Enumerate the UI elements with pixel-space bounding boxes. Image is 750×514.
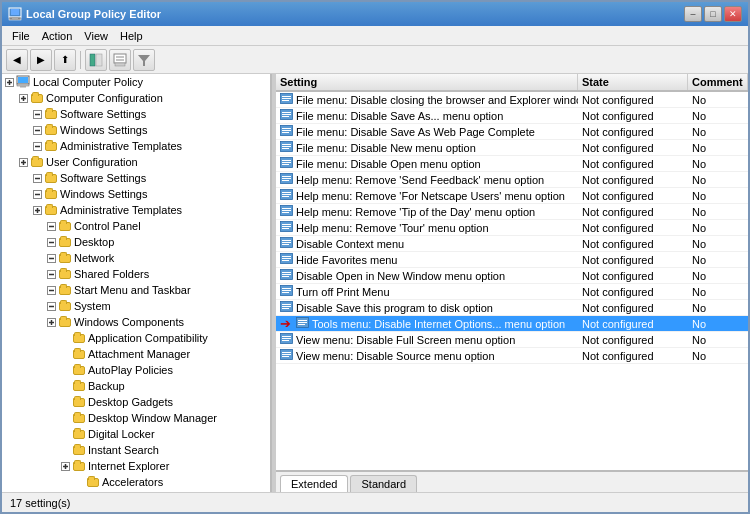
tree-item-control-panel[interactable]: Control Panel	[2, 218, 270, 234]
expander-internet-explorer[interactable]	[58, 459, 72, 473]
list-setting-text: File menu: Disable closing the browser a…	[296, 94, 578, 106]
header-setting[interactable]: Setting	[276, 74, 578, 90]
expander-windows-components[interactable]	[44, 315, 58, 329]
expander-app-compat[interactable]	[58, 331, 72, 345]
tree-item-system[interactable]: System	[2, 298, 270, 314]
expander-computer-config[interactable]	[16, 91, 30, 105]
back-button[interactable]: ◀	[6, 49, 28, 71]
list-row[interactable]: View menu: Disable Full Screen menu opti…	[276, 332, 748, 348]
tree-item-software-settings-cc[interactable]: Software Settings	[2, 106, 270, 122]
expander-windows-settings-uc[interactable]	[30, 187, 44, 201]
expander-backup[interactable]	[58, 379, 72, 393]
show-hide-button[interactable]	[85, 49, 107, 71]
tree-item-desktop-gadgets[interactable]: Desktop Gadgets	[2, 394, 270, 410]
expander-shared-folders[interactable]	[44, 267, 58, 281]
expander-admin-templates-cc[interactable]	[30, 139, 44, 153]
menu-help[interactable]: Help	[114, 28, 149, 44]
tree-item-desktop[interactable]: Desktop	[2, 234, 270, 250]
tree-label-admin-templates-uc: Administrative Templates	[60, 204, 182, 216]
tab-standard[interactable]: Standard	[350, 475, 417, 492]
tree-item-local-computer-policy[interactable]: Local Computer Policy	[2, 74, 270, 90]
list-row[interactable]: Help menu: Remove 'For Netscape Users' m…	[276, 188, 748, 204]
up-button[interactable]: ⬆	[54, 49, 76, 71]
header-state[interactable]: State	[578, 74, 688, 90]
list-row[interactable]: Disable Context menuNot configuredNo	[276, 236, 748, 252]
expander-admin-templates-uc[interactable]	[30, 203, 44, 217]
expander-desktop-gadgets[interactable]	[58, 395, 72, 409]
expander-desktop[interactable]	[44, 235, 58, 249]
expander-start-menu-taskbar[interactable]	[44, 283, 58, 297]
expander-software-settings-cc[interactable]	[30, 107, 44, 121]
list-cell-setting: File menu: Disable Save As Web Page Comp…	[276, 125, 578, 138]
header-comment[interactable]: Comment	[688, 74, 748, 90]
tree-item-user-config[interactable]: User Configuration	[2, 154, 270, 170]
folder-icon-internet-explorer	[72, 460, 86, 472]
menu-action[interactable]: Action	[36, 28, 79, 44]
tab-extended[interactable]: Extended	[280, 475, 348, 492]
list-row[interactable]: File menu: Disable Open menu optionNot c…	[276, 156, 748, 172]
tree-item-digital-locker[interactable]: Digital Locker	[2, 426, 270, 442]
expander-network[interactable]	[44, 251, 58, 265]
tree-scroll[interactable]: Local Computer PolicyComputer Configurat…	[2, 74, 270, 492]
expander-system[interactable]	[44, 299, 58, 313]
close-button[interactable]: ✕	[724, 6, 742, 22]
filter-button[interactable]	[133, 49, 155, 71]
tree-item-windows-settings-cc[interactable]: Windows Settings	[2, 122, 270, 138]
expander-digital-locker[interactable]	[58, 427, 72, 441]
list-row[interactable]: File menu: Disable closing the browser a…	[276, 92, 748, 108]
tree-item-app-compat[interactable]: Application Compatibility	[2, 330, 270, 346]
list-row[interactable]: Turn off Print MenuNot configuredNo	[276, 284, 748, 300]
tree-item-attachment-manager[interactable]: Attachment Manager	[2, 346, 270, 362]
tree-label-windows-components: Windows Components	[74, 316, 184, 328]
expander-local-computer-policy[interactable]	[2, 75, 16, 89]
list-row[interactable]: Help menu: Remove 'Tip of the Day' menu …	[276, 204, 748, 220]
tree-item-autoplay-policies[interactable]: AutoPlay Policies	[2, 362, 270, 378]
tree-item-admin-templates-uc[interactable]: Administrative Templates	[2, 202, 270, 218]
list-row[interactable]: Disable Save this program to disk option…	[276, 300, 748, 316]
list-body[interactable]: File menu: Disable closing the browser a…	[276, 92, 748, 470]
expander-instant-search[interactable]	[58, 443, 72, 457]
tree-item-backup[interactable]: Backup	[2, 378, 270, 394]
tree-item-windows-settings-uc[interactable]: Windows Settings	[2, 186, 270, 202]
expander-attachment-manager[interactable]	[58, 347, 72, 361]
expander-accelerators[interactable]	[72, 475, 86, 489]
tree-item-admin-templates-cc[interactable]: Administrative Templates	[2, 138, 270, 154]
list-row[interactable]: Disable Open in New Window menu optionNo…	[276, 268, 748, 284]
menu-view[interactable]: View	[78, 28, 114, 44]
maximize-button[interactable]: □	[704, 6, 722, 22]
list-row[interactable]: File menu: Disable New menu optionNot co…	[276, 140, 748, 156]
forward-button[interactable]: ▶	[30, 49, 52, 71]
tree-item-internet-explorer[interactable]: Internet Explorer	[2, 458, 270, 474]
expander-control-panel[interactable]	[44, 219, 58, 233]
expander-desktop-window-manager[interactable]	[58, 411, 72, 425]
list-row[interactable]: File menu: Disable Save As Web Page Comp…	[276, 124, 748, 140]
list-row[interactable]: Help menu: Remove 'Send Feedback' menu o…	[276, 172, 748, 188]
tree-item-windows-components[interactable]: Windows Components	[2, 314, 270, 330]
list-row[interactable]: ➔Tools menu: Disable Internet Options...…	[276, 316, 748, 332]
expander-software-settings-uc[interactable]	[30, 171, 44, 185]
tree-item-network[interactable]: Network	[2, 250, 270, 266]
tree-item-computer-config[interactable]: Computer Configuration	[2, 90, 270, 106]
tree-item-shared-folders[interactable]: Shared Folders	[2, 266, 270, 282]
list-row[interactable]: View menu: Disable Source menu optionNot…	[276, 348, 748, 364]
folder-icon-desktop-window-manager	[72, 412, 86, 424]
minimize-button[interactable]: –	[684, 6, 702, 22]
list-cell-state: Not configured	[578, 174, 688, 186]
expander-autoplay-policies[interactable]	[58, 363, 72, 377]
list-row[interactable]: File menu: Disable Save As... menu optio…	[276, 108, 748, 124]
tree-item-start-menu-taskbar[interactable]: Start Menu and Taskbar	[2, 282, 270, 298]
list-row-icon	[280, 205, 293, 218]
menu-file[interactable]: File	[6, 28, 36, 44]
tree-item-desktop-window-manager[interactable]: Desktop Window Manager	[2, 410, 270, 426]
tree-item-software-settings-uc[interactable]: Software Settings	[2, 170, 270, 186]
tree-item-accelerators[interactable]: Accelerators	[2, 474, 270, 490]
expander-user-config[interactable]	[16, 155, 30, 169]
list-cell-setting: Help menu: Remove 'Tip of the Day' menu …	[276, 205, 578, 218]
tree-item-instant-search[interactable]: Instant Search	[2, 442, 270, 458]
properties-button[interactable]	[109, 49, 131, 71]
list-row[interactable]: Help menu: Remove 'Tour' menu optionNot …	[276, 220, 748, 236]
expander-windows-settings-cc[interactable]	[30, 123, 44, 137]
list-cell-comment: No	[688, 238, 748, 250]
folder-icon-desktop-gadgets	[72, 396, 86, 408]
list-row[interactable]: Hide Favorites menuNot configuredNo	[276, 252, 748, 268]
